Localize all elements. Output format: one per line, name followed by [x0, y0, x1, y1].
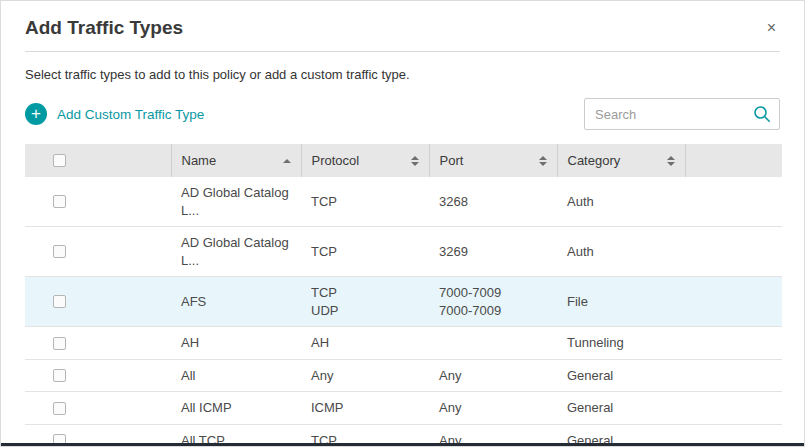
checkbox-cell [25, 277, 171, 327]
add-traffic-types-dialog: Add Traffic Types × Select traffic types… [0, 0, 805, 447]
checkbox-cell [25, 359, 171, 392]
empty-cell [685, 359, 782, 392]
port-cell: Any [429, 359, 557, 392]
row-checkbox[interactable] [53, 402, 66, 415]
protocol-cell: TCP [301, 177, 429, 227]
header-checkbox-cell [25, 144, 171, 177]
sort-icon [411, 156, 419, 166]
port-cell: Any [429, 392, 557, 425]
category-cell: General [557, 359, 685, 392]
protocol-cell: ICMP [301, 392, 429, 425]
column-header-name[interactable]: Name [171, 144, 301, 177]
port-cell: 7000-70097000-7009 [429, 277, 557, 327]
table-row[interactable]: AD Global Catalog L...TCP3268Auth [25, 177, 782, 227]
category-cell: File [557, 277, 685, 327]
port-cell: 3269 [429, 227, 557, 277]
category-cell: General [557, 392, 685, 425]
row-checkbox[interactable] [53, 295, 66, 308]
checkbox-cell [25, 327, 171, 360]
row-checkbox[interactable] [53, 337, 66, 350]
sort-icon [539, 156, 547, 166]
checkbox-cell [25, 227, 171, 277]
checkbox-cell [25, 392, 171, 425]
add-custom-label: Add Custom Traffic Type [57, 107, 204, 122]
table-header: NameProtocolPortCategory [25, 144, 782, 177]
bottom-border [1, 443, 804, 446]
name-cell: All [171, 359, 301, 392]
column-label: Name [182, 153, 217, 168]
protocol-cell: AH [301, 327, 429, 360]
sort-icon [667, 156, 675, 166]
category-cell: Auth [557, 227, 685, 277]
page-title: Add Traffic Types [25, 17, 183, 39]
column-label: Port [440, 153, 464, 168]
select-all-checkbox[interactable] [53, 154, 66, 167]
name-cell: AD Global Catalog L... [171, 177, 301, 227]
traffic-types-table: NameProtocolPortCategory AD Global Catal… [25, 144, 782, 447]
plus-icon: + [25, 103, 47, 125]
table-row[interactable]: AD Global Catalog L...TCP3269Auth [25, 227, 782, 277]
empty-cell [685, 327, 782, 360]
close-icon[interactable]: × [763, 18, 780, 38]
column-label: Protocol [312, 153, 360, 168]
empty-cell [685, 392, 782, 425]
empty-cell [685, 227, 782, 277]
row-checkbox[interactable] [53, 369, 66, 382]
toolbar: + Add Custom Traffic Type [25, 98, 780, 130]
search-icon[interactable] [752, 104, 772, 124]
protocol-cell: Any [301, 359, 429, 392]
row-checkbox[interactable] [53, 245, 66, 258]
dialog-header: Add Traffic Types × [25, 1, 780, 52]
column-label: Category [568, 153, 621, 168]
port-cell [429, 327, 557, 360]
name-cell: AH [171, 327, 301, 360]
empty-cell [685, 177, 782, 227]
column-header-protocol[interactable]: Protocol [301, 144, 429, 177]
row-checkbox[interactable] [53, 195, 66, 208]
empty-cell [685, 277, 782, 327]
category-cell: Auth [557, 177, 685, 227]
name-cell: AFS [171, 277, 301, 327]
name-cell: AD Global Catalog L... [171, 227, 301, 277]
table-row[interactable]: AHAHTunneling [25, 327, 782, 360]
protocol-cell: TCP [301, 227, 429, 277]
category-cell: Tunneling [557, 327, 685, 360]
name-cell: All ICMP [171, 392, 301, 425]
traffic-table-body: AD Global Catalog L...TCP3268AuthAD Glob… [25, 177, 782, 447]
description-text: Select traffic types to add to this poli… [25, 67, 780, 82]
table-row[interactable]: AFSTCPUDP7000-70097000-7009File [25, 277, 782, 327]
checkbox-cell [25, 177, 171, 227]
column-header-category[interactable]: Category [557, 144, 685, 177]
sort-ascending-icon [283, 159, 291, 163]
column-header-port[interactable]: Port [429, 144, 557, 177]
protocol-cell: TCPUDP [301, 277, 429, 327]
header-empty-cell [685, 144, 782, 177]
search-box [584, 98, 780, 130]
port-cell: 3268 [429, 177, 557, 227]
search-input[interactable] [584, 98, 780, 130]
add-custom-traffic-type-button[interactable]: + Add Custom Traffic Type [25, 103, 204, 125]
table-row[interactable]: AllAnyAnyGeneral [25, 359, 782, 392]
table-row[interactable]: All ICMPICMPAnyGeneral [25, 392, 782, 425]
